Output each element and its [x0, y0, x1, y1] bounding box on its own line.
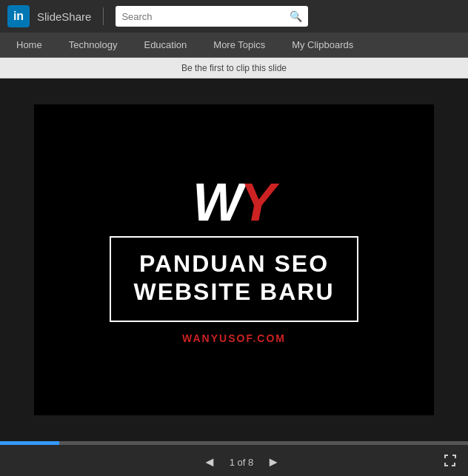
- wy-letter-w: W: [193, 175, 240, 229]
- search-icon[interactable]: 🔍: [290, 10, 302, 22]
- page-info: 1 of 8: [230, 457, 254, 468]
- prev-button[interactable]: ◄: [197, 452, 222, 473]
- nav-item-education[interactable]: Education: [130, 33, 200, 58]
- slide-border-box: PANDUAN SEO WEBSITE BARU: [110, 236, 358, 323]
- slide-content: W Y PANDUAN SEO WEBSITE BARU WANYUSOF.CO…: [34, 104, 434, 415]
- slide-area: W Y PANDUAN SEO WEBSITE BARU WANYUSOF.CO…: [0, 78, 468, 441]
- controls-bar: ◄ 1 of 8 ►: [0, 445, 468, 476]
- header-divider: [103, 7, 104, 25]
- header: in SlideShare 🔍: [0, 0, 468, 33]
- main-nav: Home Technology Education More Topics My…: [0, 33, 468, 58]
- brand-name: SlideShare: [37, 10, 91, 23]
- slide-url: WANYUSOF.COM: [182, 332, 286, 344]
- linkedin-logo[interactable]: in: [7, 5, 30, 27]
- search-input[interactable]: [121, 11, 290, 22]
- wy-logo: W Y: [193, 175, 275, 229]
- slide-line1: PANDUAN SEO: [139, 249, 329, 278]
- search-container: 🔍: [116, 6, 308, 27]
- nav-item-my-clipboards[interactable]: My Clipboards: [278, 33, 367, 58]
- slide-line2: WEBSITE BARU: [133, 278, 334, 306]
- nav-item-home[interactable]: Home: [3, 33, 56, 58]
- next-button[interactable]: ►: [261, 452, 286, 473]
- nav-item-more-topics[interactable]: More Topics: [200, 33, 278, 58]
- nav-controls: ◄ 1 of 8 ►: [197, 452, 286, 473]
- clip-text: Be the first to clip this slide: [181, 63, 287, 73]
- linkedin-letter: in: [13, 10, 24, 23]
- clip-bar: Be the first to clip this slide: [0, 58, 468, 78]
- nav-item-technology[interactable]: Technology: [56, 33, 131, 58]
- fullscreen-button[interactable]: [443, 453, 458, 472]
- wy-letter-y: Y: [240, 175, 275, 229]
